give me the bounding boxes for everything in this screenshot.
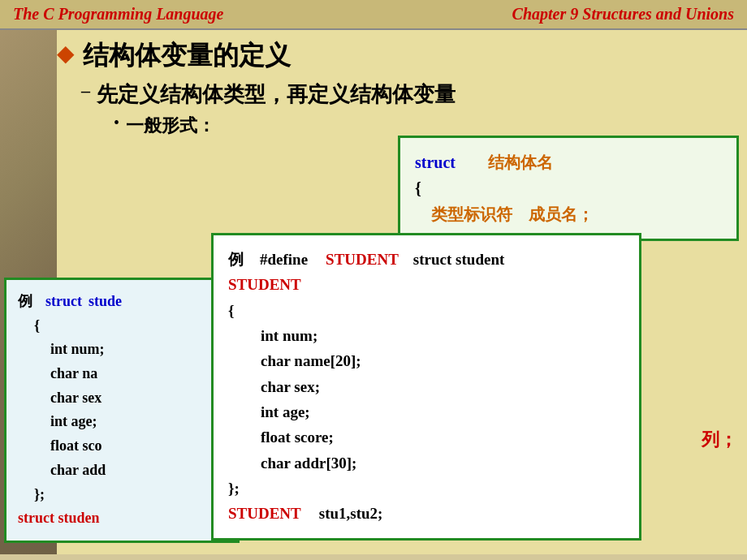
sub-bullet-text: 先定义结构体类型，再定义结构体变量 xyxy=(97,80,456,109)
white-line-3: { xyxy=(228,298,624,323)
header-title-left: The C Programming Language xyxy=(13,5,223,24)
white-line-6: char sex; xyxy=(261,374,624,399)
blue-ex: 例 xyxy=(18,290,32,314)
trailing-label: 列； xyxy=(702,428,737,452)
white-line-8: float score; xyxy=(261,424,624,450)
white-line-11: STUDENT stu1,stu2; xyxy=(228,501,624,526)
main-bullet-text: 结构体变量的定义 xyxy=(83,38,291,74)
header: The C Programming Language Chapter 9 Str… xyxy=(0,0,747,30)
green-line-2: { xyxy=(415,175,722,201)
blue-line-7: float sco xyxy=(50,434,226,459)
green-line-1: struct 结构体名 xyxy=(415,149,722,175)
white-student-kw2: STUDENT xyxy=(228,276,301,293)
sub-bullet-1: – 先定义结构体类型，再定义结构体变量 xyxy=(81,80,739,109)
white-student-kw3: STUDENT xyxy=(228,501,301,526)
sub-sub-text: 一般形式： xyxy=(126,114,215,138)
blue-code-box: 例 struct stude { int num; char na char s… xyxy=(4,278,240,543)
blue-line-6: int age; xyxy=(50,410,226,434)
white-stu1stu2: stu1,stu2; xyxy=(319,501,383,526)
diamond-icon: ◆ xyxy=(57,40,75,67)
sub-sub-bullet-1: • 一般形式： xyxy=(114,114,739,138)
white-line-2: STUDENT xyxy=(228,272,624,297)
type-label: 类型标识符 xyxy=(431,201,512,227)
bullet-section: ◆ 结构体变量的定义 – 先定义结构体类型，再定义结构体变量 • 一般形式： xyxy=(57,38,739,138)
main-content: ◆ 结构体变量的定义 – 先定义结构体类型，再定义结构体变量 • 一般形式： s… xyxy=(0,30,747,554)
header-title-right: Chapter 9 Structures and Unions xyxy=(512,5,734,24)
blue-line-5: char sex xyxy=(50,386,226,411)
blue-line-10: struct studen xyxy=(18,506,226,531)
struct-keyword: struct xyxy=(415,149,456,175)
blue-line-4: char na xyxy=(50,362,226,386)
member-label: 成员名； xyxy=(529,201,594,227)
white-line-9: char addr[30]; xyxy=(261,450,624,476)
blue-struct-student: struct studen xyxy=(18,506,100,531)
blue-line-2: { xyxy=(34,314,226,338)
white-line-1: 例 #define STUDENT struct student xyxy=(228,247,624,272)
main-bullet-1: ◆ 结构体变量的定义 xyxy=(57,38,739,74)
white-ex: 例 xyxy=(228,247,244,272)
dot-icon: • xyxy=(114,114,119,132)
blue-struct-name: stude xyxy=(89,290,122,314)
blue-line-9: }; xyxy=(34,483,226,507)
struct-name: 结构体名 xyxy=(488,149,553,175)
white-struct-student: struct student xyxy=(413,247,504,272)
blue-line-8: char add xyxy=(50,459,226,483)
white-line-4: int num; xyxy=(261,323,624,348)
white-line-7: int age; xyxy=(261,399,624,424)
white-student-kw: STUDENT xyxy=(326,247,399,272)
blue-struct-kw: struct xyxy=(45,290,82,314)
green-line-3: 类型标识符 成员名； xyxy=(431,201,722,227)
white-define-kw: #define xyxy=(260,247,308,272)
white-code-box: 例 #define STUDENT struct student STUDENT… xyxy=(211,233,641,541)
dash-icon: – xyxy=(81,80,90,101)
blue-line-1: 例 struct stude xyxy=(18,290,226,314)
blue-line-3: int num; xyxy=(50,338,226,362)
white-line-10: }; xyxy=(228,476,624,501)
green-code-box: struct 结构体名 { 类型标识符 成员名； xyxy=(398,136,739,241)
white-line-5: char name[20]; xyxy=(261,348,624,373)
